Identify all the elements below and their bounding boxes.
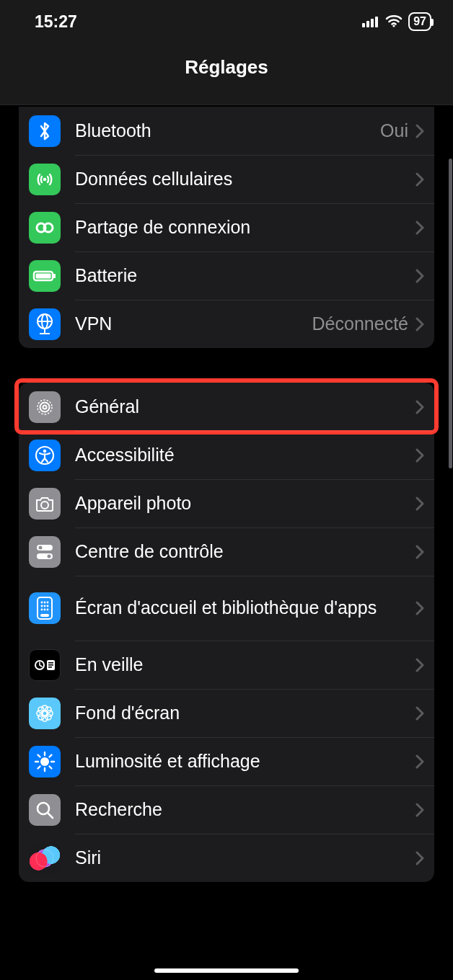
svg-point-25	[48, 554, 51, 558]
svg-point-17	[40, 402, 50, 411]
svg-point-4	[393, 24, 395, 27]
toggles-icon	[29, 536, 61, 568]
svg-rect-0	[362, 23, 365, 27]
svg-point-35	[47, 609, 49, 611]
status-time: 15:27	[35, 12, 77, 32]
row-wallpaper[interactable]: Fond d'écran	[19, 689, 434, 737]
row-control-center[interactable]: Centre de contrôle	[19, 527, 434, 576]
svg-rect-40	[48, 662, 53, 664]
row-label: Appareil photo	[75, 492, 415, 514]
row-label: Général	[75, 396, 415, 418]
wallpaper-icon	[29, 698, 61, 729]
row-vpn[interactable]: VPN Déconnecté	[19, 300, 434, 348]
svg-rect-9	[53, 274, 56, 278]
svg-rect-2	[371, 19, 374, 27]
row-standby[interactable]: En veille	[19, 641, 434, 689]
svg-line-57	[38, 754, 40, 757]
svg-line-59	[38, 766, 40, 768]
svg-point-32	[47, 605, 49, 607]
row-label: Luminosité et affichage	[75, 750, 415, 772]
chevron-right-icon	[415, 658, 424, 672]
svg-point-49	[45, 707, 51, 713]
settings-group-general: Général Accessibilité Appareil photo Cen…	[19, 383, 434, 882]
svg-line-62	[48, 813, 53, 818]
svg-rect-3	[375, 17, 378, 27]
svg-point-28	[44, 602, 46, 604]
settings-group-network: Bluetooth Oui Données cellulaires Partag…	[19, 107, 434, 348]
svg-point-29	[47, 602, 49, 604]
row-siri[interactable]: Siri	[19, 834, 434, 882]
svg-point-52	[40, 757, 49, 766]
row-label: Partage de connexion	[75, 216, 415, 239]
row-label: Centre de contrôle	[75, 540, 415, 563]
siri-icon	[29, 842, 61, 874]
battery-row-icon	[29, 260, 61, 292]
svg-point-34	[44, 609, 46, 611]
hotspot-icon	[29, 212, 61, 244]
svg-point-30	[41, 605, 43, 607]
status-right: 97	[362, 12, 431, 32]
row-general[interactable]: Général	[19, 383, 434, 431]
chevron-right-icon	[415, 803, 424, 817]
svg-point-63	[36, 850, 53, 867]
row-label: En veille	[75, 654, 415, 676]
svg-rect-41	[48, 664, 53, 666]
battery-level: 97	[413, 16, 426, 27]
row-label: Données cellulaires	[75, 168, 415, 190]
row-accessibility[interactable]: Accessibilité	[19, 431, 434, 479]
svg-line-60	[50, 754, 52, 757]
antenna-icon	[29, 164, 61, 195]
row-value: Oui	[380, 120, 408, 141]
svg-line-58	[50, 766, 52, 768]
scroll-indicator[interactable]	[449, 159, 452, 468]
row-camera[interactable]: Appareil photo	[19, 479, 434, 527]
svg-point-48	[38, 707, 44, 713]
wifi-icon	[385, 12, 403, 32]
svg-point-33	[41, 609, 43, 611]
svg-point-20	[43, 449, 47, 453]
page-title: Réglages	[185, 56, 268, 79]
svg-point-23	[39, 545, 43, 549]
row-hotspot[interactable]: Partage de connexion	[19, 203, 434, 251]
chevron-right-icon	[415, 754, 424, 769]
svg-point-50	[38, 714, 44, 720]
svg-point-31	[44, 605, 46, 607]
svg-rect-1	[366, 21, 369, 27]
svg-point-51	[45, 714, 51, 720]
gear-icon	[29, 391, 61, 423]
bluetooth-icon	[29, 115, 61, 147]
chevron-right-icon	[415, 269, 424, 283]
row-label: Recherche	[75, 798, 415, 821]
svg-rect-42	[48, 667, 52, 668]
home-indicator[interactable]	[154, 968, 299, 973]
header: Réglages	[0, 43, 453, 105]
chevron-right-icon	[415, 220, 424, 235]
row-label: VPN	[75, 313, 312, 335]
row-label: Fond d'écran	[75, 702, 415, 724]
row-label: Bluetooth	[75, 120, 380, 142]
row-search[interactable]: Recherche	[19, 785, 434, 834]
chevron-right-icon	[415, 706, 424, 721]
chevron-right-icon	[415, 317, 424, 331]
row-label: Accessibilité	[75, 444, 415, 466]
chevron-right-icon	[415, 400, 424, 414]
row-cellular[interactable]: Données cellulaires	[19, 155, 434, 203]
svg-point-18	[43, 405, 47, 409]
row-home-screen[interactable]: Écran d'accueil et bibliothèque d'apps	[19, 576, 434, 641]
row-bluetooth[interactable]: Bluetooth Oui	[19, 107, 434, 155]
chevron-right-icon	[415, 172, 424, 187]
cellular-icon	[362, 12, 379, 32]
battery-icon: 97	[408, 12, 431, 31]
svg-point-21	[41, 502, 48, 509]
globe-icon	[29, 308, 61, 340]
chevron-right-icon	[415, 448, 424, 463]
row-label: Écran d'accueil et bibliothèque d'apps	[75, 597, 415, 619]
chevron-right-icon	[415, 601, 424, 615]
accessibility-icon	[29, 440, 61, 471]
row-display[interactable]: Luminosité et affichage	[19, 737, 434, 785]
chevron-right-icon	[415, 496, 424, 511]
search-icon	[29, 794, 61, 826]
row-battery[interactable]: Batterie	[19, 251, 434, 300]
svg-point-5	[43, 177, 47, 181]
status-bar: 15:27 97	[0, 0, 453, 43]
